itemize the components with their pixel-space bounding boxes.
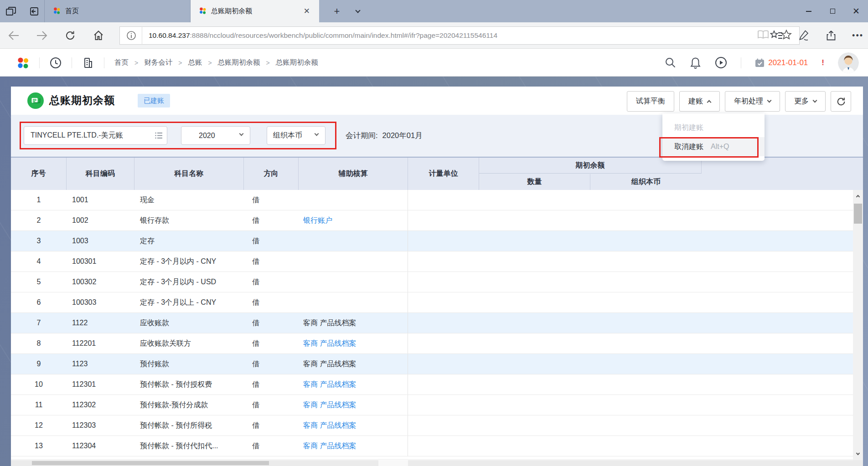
set-tabs-aside-icon[interactable] bbox=[27, 6, 38, 16]
col-header-direction[interactable]: 方向 bbox=[244, 158, 299, 190]
cell-code: 1001 bbox=[67, 190, 134, 210]
vertical-scrollbar-thumb[interactable] bbox=[854, 204, 862, 224]
cell-org-currency bbox=[590, 190, 702, 210]
cell-quantity bbox=[479, 333, 590, 353]
cell-aux bbox=[299, 251, 408, 271]
search-icon[interactable] bbox=[665, 57, 676, 68]
cell-code: 1122 bbox=[67, 313, 134, 333]
table-row[interactable]: 31003定存借 bbox=[11, 231, 853, 251]
home-icon[interactable] bbox=[92, 29, 105, 42]
annotate-pen-icon[interactable] bbox=[797, 29, 810, 42]
table-row[interactable]: 11112302预付账款-预付分成款借客商 产品线档案 bbox=[11, 395, 853, 415]
more-button[interactable]: 更多 bbox=[785, 91, 826, 112]
breadcrumb-item-3[interactable]: 总账期初余额 bbox=[218, 58, 260, 67]
forward-icon[interactable] bbox=[36, 29, 48, 42]
cell-aux-link[interactable]: 客商 产品线档案 bbox=[299, 395, 408, 415]
horizontal-scrollbar[interactable] bbox=[11, 460, 863, 466]
cell-aux-link[interactable]: 银行账户 bbox=[299, 210, 408, 230]
cell-quantity bbox=[479, 415, 590, 435]
cell-org-currency bbox=[590, 374, 702, 394]
cell-seq: 10 bbox=[11, 374, 67, 394]
site-info-icon[interactable] bbox=[126, 31, 136, 41]
currency-select[interactable]: 组织本币 bbox=[267, 126, 326, 145]
horizontal-scrollbar-thumb[interactable] bbox=[32, 461, 269, 465]
col-header-quantity[interactable]: 数量 bbox=[479, 174, 590, 190]
col-header-aux[interactable]: 辅助核算 bbox=[299, 158, 408, 190]
tab-gl-opening-balance[interactable]: 总账期初余额 ✕ bbox=[191, 0, 319, 22]
notifications-bell-icon[interactable] bbox=[690, 57, 701, 69]
vertical-scrollbar[interactable] bbox=[853, 190, 863, 460]
breadcrumb-item-2[interactable]: 总账 bbox=[188, 58, 202, 67]
address-bar[interactable]: 10.60.84.237:8888/nccloud/resources/work… bbox=[119, 26, 800, 45]
currency-value: 组织本币 bbox=[273, 131, 302, 140]
col-header-code[interactable]: 科目编码 bbox=[67, 158, 134, 190]
cell-aux-link[interactable]: 客商 产品线档案 bbox=[299, 415, 408, 435]
refresh-icon[interactable] bbox=[64, 29, 77, 42]
business-date[interactable]: 2021-01-01 bbox=[755, 58, 808, 67]
tab-preview-icon[interactable] bbox=[5, 6, 16, 16]
window-minimize-button[interactable] bbox=[797, 0, 821, 22]
cell-quantity bbox=[479, 251, 590, 271]
cell-quantity bbox=[479, 190, 590, 210]
scroll-up-icon[interactable] bbox=[853, 191, 863, 201]
window-close-button[interactable]: ✕ bbox=[844, 0, 868, 22]
cell-seq: 2 bbox=[11, 210, 67, 230]
table-row[interactable]: 6100303定存 - 3个月以上 - CNY借 bbox=[11, 292, 853, 313]
menu-item-cancel-build[interactable]: 取消建账Alt+Q bbox=[662, 137, 765, 156]
year-begin-button[interactable]: 年初处理 bbox=[725, 91, 780, 112]
avatar[interactable] bbox=[838, 52, 859, 73]
table-row[interactable]: 71122应收账款借客商 产品线档案 bbox=[11, 313, 853, 333]
cell-code: 112301 bbox=[67, 374, 134, 394]
guide-play-icon[interactable] bbox=[715, 56, 727, 69]
cell-name: 预付帐款 - 预付授权费 bbox=[134, 374, 244, 394]
refresh-list-button[interactable] bbox=[831, 91, 851, 112]
table-row[interactable]: 91123预付账款借客商 产品线档案 bbox=[11, 354, 853, 374]
tab-list-chevron-icon[interactable] bbox=[350, 0, 366, 22]
app-logo[interactable] bbox=[16, 56, 29, 69]
table-row[interactable]: 8112201应收账款关联方借客商 产品线档案 bbox=[11, 333, 853, 354]
window-maximize-button[interactable] bbox=[821, 0, 844, 22]
build-account-button[interactable]: 建账 bbox=[679, 91, 720, 112]
cell-direction: 借 bbox=[244, 436, 299, 456]
tab-close-icon[interactable]: ✕ bbox=[303, 6, 311, 16]
table-row[interactable]: 12112303预付帐款 - 预付所得税借客商 产品线档案 bbox=[11, 415, 853, 436]
scroll-down-icon[interactable] bbox=[853, 449, 863, 459]
table-row[interactable]: 10112301预付帐款 - 预付授权费借客商 产品线档案 bbox=[11, 374, 853, 395]
breadcrumb-item-1[interactable]: 财务会计 bbox=[144, 58, 172, 67]
more-menu-icon[interactable]: ••• bbox=[852, 31, 863, 41]
organization-icon[interactable] bbox=[82, 57, 94, 69]
account-book-select[interactable]: TINYCELL PTE.LTD.-美元账 bbox=[24, 126, 167, 145]
cell-name: 定存 bbox=[134, 231, 244, 251]
cell-direction: 借 bbox=[244, 231, 299, 251]
cell-unit bbox=[408, 374, 479, 394]
cell-aux: 客商 产品线档案 bbox=[299, 354, 408, 374]
cell-aux-link[interactable]: 客商 产品线档案 bbox=[299, 436, 408, 456]
cell-seq: 1 bbox=[11, 190, 67, 210]
table-row[interactable]: 4100301定存 - 3个月以内 - CNY借 bbox=[11, 251, 853, 272]
share-icon[interactable] bbox=[825, 29, 837, 42]
cell-aux-link[interactable]: 客商 产品线档案 bbox=[299, 374, 408, 394]
back-icon[interactable] bbox=[7, 29, 20, 42]
fiscal-year-select[interactable]: 2020 bbox=[181, 126, 250, 145]
favorites-hub-icon[interactable] bbox=[770, 29, 783, 42]
breadcrumb-item-4[interactable]: 总账期初余额 bbox=[276, 58, 318, 67]
table-row[interactable]: 13112304预付帐款 - 预付代扣代...借客商 产品线档案 bbox=[11, 436, 853, 456]
col-header-org-currency[interactable]: 组织本币 bbox=[590, 174, 702, 190]
col-header-unit[interactable]: 计量单位 bbox=[408, 158, 479, 190]
new-tab-button[interactable]: + bbox=[329, 0, 345, 22]
tab-home[interactable]: 首页 bbox=[44, 0, 191, 22]
table-row[interactable]: 11001现金借 bbox=[11, 190, 853, 210]
table-row[interactable]: 5100302定存 - 3个月以内 - USD借 bbox=[11, 272, 853, 292]
recent-history-icon[interactable] bbox=[50, 57, 62, 69]
cell-filler bbox=[702, 415, 853, 435]
trial-balance-button[interactable]: 试算平衡 bbox=[627, 91, 674, 112]
table-row[interactable]: 21002银行存款借银行账户 bbox=[11, 210, 853, 231]
balance-grid: 序号 科目编码 科目名称 方向 辅助核算 计量单位 期初余额 数量 组织本币 1… bbox=[11, 157, 863, 466]
col-header-seq[interactable]: 序号 bbox=[11, 158, 67, 190]
col-header-name[interactable]: 科目名称 bbox=[134, 158, 244, 190]
breadcrumb-item-0[interactable]: 首页 bbox=[114, 58, 129, 67]
cell-name: 预付账款-预付分成款 bbox=[134, 395, 244, 415]
reading-view-icon[interactable] bbox=[757, 30, 769, 41]
cell-seq: 5 bbox=[11, 272, 67, 292]
cell-aux-link[interactable]: 客商 产品线档案 bbox=[299, 333, 408, 353]
